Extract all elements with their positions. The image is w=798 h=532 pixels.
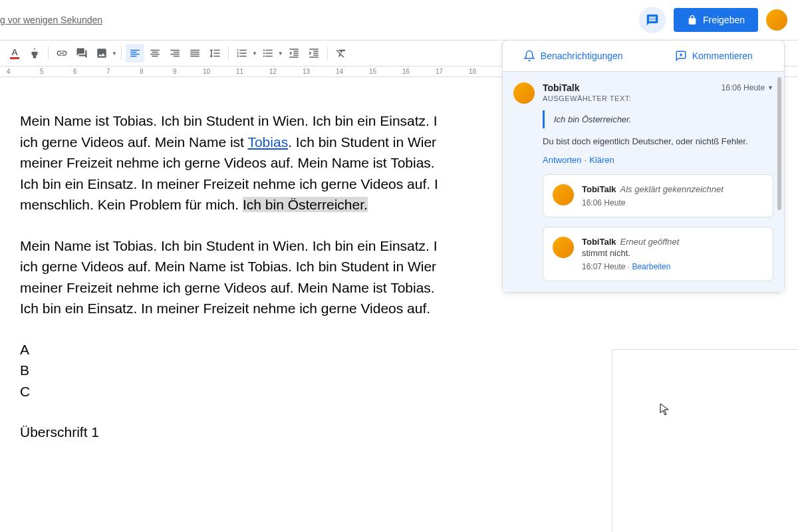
reply-link[interactable]: Antworten <box>543 155 582 165</box>
comment-time[interactable]: 16:06 Heute ▼ <box>722 83 773 92</box>
header: g vor wenigen Sekunden Freigeben <box>0 0 798 40</box>
reply-text: stimmt nicht. <box>582 248 763 258</box>
align-right-icon <box>169 47 181 59</box>
comment-panel: Benachrichtigungen Kommentieren TobiTalk… <box>502 40 785 293</box>
add-comment-icon <box>675 50 687 62</box>
last-edit-text[interactable]: g vor wenigen Sekunden <box>0 15 102 25</box>
align-left-icon <box>129 47 141 59</box>
doc-text[interactable]: meiner Freizeit nehme ich gerne Videos a… <box>20 280 435 295</box>
comment-reply-card[interactable]: TobiTalk Erneut geöffnet stimmt nicht. 1… <box>543 227 773 281</box>
text-color-button[interactable]: A <box>5 44 24 63</box>
comment-reply-card[interactable]: TobiTalk Als geklärt gekennzeichnet 16:0… <box>543 174 773 217</box>
ruler-tick: 5 <box>40 68 44 75</box>
highlighted-text[interactable]: Ich bin Österreicher. <box>243 197 368 212</box>
decrease-indent-button[interactable] <box>285 44 303 63</box>
link-icon <box>56 47 68 59</box>
bell-icon <box>523 50 535 62</box>
chevron-down-icon[interactable]: ▼ <box>278 51 283 57</box>
align-left-button[interactable] <box>126 44 144 63</box>
panel-tabs: Benachrichtigungen Kommentieren <box>503 41 784 72</box>
scrollbar[interactable] <box>777 77 781 210</box>
ruler-tick: 6 <box>73 68 77 75</box>
document-content[interactable]: Mein Name ist Tobias. Ich bin Student in… <box>0 77 505 443</box>
doc-text[interactable]: menschlich. Kein Problem für mich. <box>20 197 243 212</box>
reply-status: Als geklärt gekennzeichnet <box>620 184 724 194</box>
comment-author: TobiTalk <box>543 82 579 93</box>
ruler-tick: 8 <box>140 68 144 75</box>
ruler-tick: 11 <box>236 68 243 75</box>
doc-text[interactable]: Ich bin ein Einsatz. In meiner Freizeit … <box>20 301 430 316</box>
chevron-down-icon[interactable]: ▼ <box>112 51 117 57</box>
numbered-list-icon <box>236 47 248 59</box>
doc-heading[interactable]: Überschrift 1 <box>20 424 99 440</box>
highlight-color-button[interactable] <box>25 44 44 63</box>
indent-decrease-icon <box>288 47 300 59</box>
doc-link[interactable]: Tobias <box>247 134 288 150</box>
share-button[interactable]: Freigeben <box>674 8 758 32</box>
doc-text[interactable]: . Ich bin Student in Wier <box>288 134 436 150</box>
ruler-tick: 7 <box>106 68 110 75</box>
align-justify-button[interactable] <box>186 44 204 63</box>
align-right-button[interactable] <box>166 44 184 63</box>
comment-avatar <box>513 82 535 104</box>
ruler-tick: 13 <box>303 68 310 75</box>
reply-author: TobiTalk <box>582 237 616 247</box>
align-center-button[interactable] <box>146 44 164 63</box>
user-avatar[interactable] <box>766 9 787 31</box>
ruler-tick: 17 <box>436 68 443 75</box>
doc-text[interactable]: A <box>20 342 29 357</box>
panel-body[interactable]: TobiTalk 16:06 Heute ▼ AUSGEWÄHLTER TEXT… <box>503 72 784 292</box>
reply-avatar <box>553 237 574 258</box>
doc-text[interactable]: Ich bin ein Einsatz. In meiner Freizeit … <box>20 176 438 192</box>
doc-text[interactable]: Mein Name ist Tobias. Ich bin Student in… <box>20 238 438 253</box>
line-spacing-button[interactable] <box>205 44 224 63</box>
chevron-down-icon: ▼ <box>767 84 773 91</box>
add-comment-icon <box>76 47 88 59</box>
share-label: Freigeben <box>703 15 745 25</box>
quoted-text: Ich bin Österreicher. <box>543 110 773 128</box>
side-box <box>612 349 798 532</box>
bullet-list-icon <box>262 47 274 59</box>
insert-link-button[interactable] <box>53 44 71 63</box>
comment-actions: Antworten·Klären <box>543 155 773 165</box>
image-icon <box>96 47 108 59</box>
resolve-link[interactable]: Klären <box>589 155 614 165</box>
ruler-tick: 10 <box>203 68 210 75</box>
comment-icon <box>646 13 659 27</box>
ruler-tick: 18 <box>469 68 476 75</box>
clear-formatting-button[interactable] <box>332 44 350 63</box>
reply-avatar <box>553 184 574 205</box>
doc-text[interactable]: B <box>20 362 29 378</box>
doc-text[interactable]: ich gerne Videos auf. Mein Name ist <box>20 134 247 150</box>
highlighter-icon <box>29 47 41 59</box>
ruler-tick: 12 <box>269 68 277 75</box>
increase-indent-button[interactable] <box>305 44 323 63</box>
insert-comment-button[interactable] <box>72 44 91 63</box>
insert-image-button[interactable] <box>92 44 111 63</box>
ruler-tick: 14 <box>336 68 343 75</box>
doc-text[interactable]: C <box>20 384 30 399</box>
doc-text[interactable]: Mein Name ist Tobias. Ich bin Student in… <box>20 113 438 128</box>
tab-notifications[interactable]: Benachrichtigungen <box>503 41 644 71</box>
tab-label: Kommentieren <box>692 51 753 61</box>
align-justify-icon <box>189 47 201 59</box>
comment-history-button[interactable] <box>639 7 666 33</box>
doc-text[interactable]: meiner Freizeit nehme ich gerne Videos a… <box>20 155 435 170</box>
reply-status: Erneut geöffnet <box>620 237 680 247</box>
bulleted-list-button[interactable] <box>259 44 277 63</box>
indent-increase-icon <box>308 47 320 59</box>
edit-link[interactable]: Bearbeiten <box>632 262 670 271</box>
selected-text-label: AUSGEWÄHLTER TEXT: <box>543 94 773 102</box>
comment-body: Du bist doch eigentlich Deutscher, oder … <box>543 135 773 148</box>
tab-comment[interactable]: Kommentieren <box>644 41 785 71</box>
line-spacing-icon <box>209 47 221 59</box>
checklist-button[interactable] <box>233 44 251 63</box>
chevron-down-icon[interactable]: ▼ <box>252 51 257 57</box>
ruler-tick: 15 <box>369 68 376 75</box>
doc-text[interactable]: ich gerne Videos auf. Mein Name ist Tobi… <box>20 259 436 274</box>
reply-author: TobiTalk <box>582 184 616 194</box>
reply-time: 16:06 Heute <box>582 198 763 207</box>
ruler-tick: 4 <box>7 68 11 75</box>
lock-icon <box>687 15 698 25</box>
tab-label: Benachrichtigungen <box>541 51 623 61</box>
